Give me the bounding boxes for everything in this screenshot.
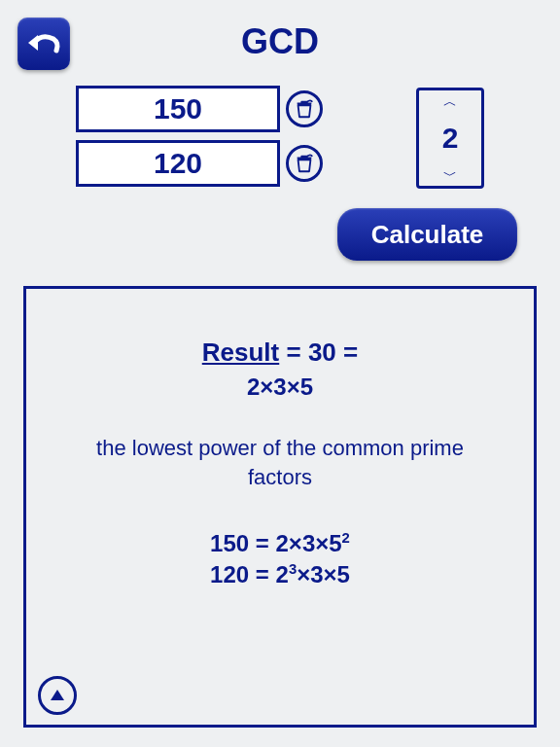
- factorization-list: 150 = 2×3×52 120 = 23×3×5: [26, 530, 534, 588]
- result-factorization: 2×3×5: [26, 374, 534, 401]
- trash-icon: [294, 153, 315, 174]
- result-heading: Result = 30 =: [26, 338, 534, 368]
- result-explanation: the lowest power of the common prime fac…: [26, 434, 534, 491]
- clear-button-1[interactable]: [286, 90, 323, 127]
- clear-button-2[interactable]: [286, 145, 323, 182]
- expand-button[interactable]: [38, 676, 77, 715]
- factor-n: 150: [210, 530, 249, 556]
- page-title: GCD: [14, 21, 546, 62]
- triangle-up-icon: [48, 686, 67, 705]
- number-input-2[interactable]: [76, 140, 280, 187]
- factor-row: 120 = 23×3×5: [26, 561, 534, 588]
- result-value: 30: [308, 338, 336, 367]
- stepper-value: 2: [442, 122, 459, 155]
- back-button[interactable]: [18, 18, 70, 70]
- calculate-button[interactable]: Calculate: [337, 208, 517, 261]
- chevron-up-icon[interactable]: ︿: [443, 94, 457, 108]
- trash-icon: [294, 98, 315, 120]
- input-row: [76, 140, 323, 187]
- svg-marker-1: [51, 690, 64, 700]
- chevron-down-icon[interactable]: ﹀: [443, 168, 457, 182]
- factor-f: 2×3×52: [276, 530, 350, 556]
- result-panel: Result = 30 = 2×3×5 the lowest power of …: [23, 286, 537, 728]
- inputs-area: [76, 86, 323, 195]
- undo-arrow-icon: [24, 29, 63, 58]
- input-row: [76, 86, 323, 132]
- factor-f: 23×3×5: [276, 561, 350, 587]
- number-input-1[interactable]: [76, 86, 280, 132]
- factor-row: 150 = 2×3×52: [26, 530, 534, 557]
- factor-n: 120: [210, 561, 249, 587]
- count-stepper[interactable]: ︿ 2 ﹀: [416, 88, 484, 189]
- result-label: Result: [202, 338, 279, 367]
- svg-marker-0: [28, 35, 38, 51]
